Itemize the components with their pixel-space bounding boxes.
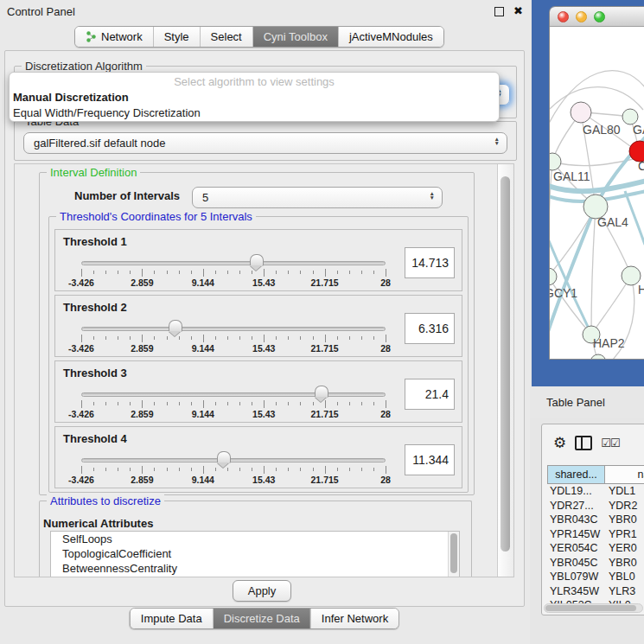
tab-style[interactable]: Style [153,27,200,47]
column-header-shared-name[interactable]: shared... [547,465,605,484]
network-edge[interactable] [591,207,596,335]
attributes-scrollbar[interactable] [448,532,459,577]
tick-mark [361,271,362,274]
node-label: GA [633,123,644,137]
tab-jactivemnodules[interactable]: jActiveMNodules [338,27,443,47]
number-of-intervals-combo[interactable]: 5 ▲▼ [192,187,443,208]
table-body: YDL19...YDL1YDR27...YDR2YBR043CYBR0YPR14… [547,484,644,603]
threshold-1-value[interactable]: 14.713 [405,247,455,278]
zoom-traffic-light-icon[interactable] [594,11,605,22]
table-row[interactable]: YDL19...YDL1 [547,484,644,499]
table-row[interactable]: YPR145WYPR1 [547,527,644,542]
table-panel-title: Table Panel [546,396,605,409]
node-label: GAL80 [583,123,621,137]
interval-definition-title: Interval Definition [47,166,140,179]
tab-discretize-data[interactable]: Discretize Data [213,609,310,628]
list-item-topologicalcoefficient[interactable]: TopologicalCoefficient [51,546,459,561]
network-window-titlebar[interactable] [550,7,644,27]
close-icon[interactable]: ✖ [513,7,523,16]
network-node[interactable] [571,102,591,123]
dropdown-hint: Select algorithm to view settings [10,74,499,90]
network-node[interactable] [550,268,557,285]
number-of-intervals-value: 5 [202,191,208,204]
close-traffic-light-icon[interactable] [558,11,569,22]
tick-mark [349,468,350,471]
slider-handle[interactable] [169,320,182,332]
table-data-combo[interactable]: galFiltered.sif default node ▲▼ [23,132,507,154]
dropdown-item-equal-width-frequency[interactable]: Equal Width/Frequency Discretization [10,105,499,121]
network-edge[interactable] [550,162,552,277]
apply-button[interactable]: Apply [233,580,291,602]
table-row[interactable]: YBR045CYBR0 [547,556,644,571]
tab-network[interactable]: Network [75,27,153,47]
tab-select[interactable]: Select [200,27,252,47]
slider-handle[interactable] [250,254,264,266]
dropdown-item-manual-discretization[interactable]: Manual Discretization [10,90,499,105]
network-node[interactable] [590,354,606,360]
attributes-group-title: Attributes to discretize [47,494,164,507]
table-cell: YLR3 [605,585,644,597]
table-row[interactable]: YLR345WYLR3 [547,584,644,599]
threshold-4-value[interactable]: 11.344 [405,444,455,475]
select-checkboxes-icon[interactable]: ☑☑ [601,437,619,450]
table-toolbar: ⚙ ☑☑ [542,430,644,456]
list-item-betweennesscentrality[interactable]: BetweennessCentrality [51,561,459,576]
tab-label: jActiveMNodules [349,30,433,43]
network-edge[interactable] [591,276,631,335]
scrollbar-thumb[interactable] [501,176,510,552]
tick-mark [239,468,240,471]
attributes-group: Attributes to discretize Numerical Attri… [39,501,472,577]
slider-handle[interactable] [217,451,231,463]
tab-infer-network[interactable]: Infer Network [310,609,399,628]
column-header-name[interactable]: na [605,465,644,484]
tab-label: Network [101,30,143,43]
threshold-2-slider[interactable]: -3.4262.8599.14415.4321.71528 [81,320,386,351]
tick-mark [227,402,228,405]
network-node[interactable] [550,153,561,170]
table-row[interactable]: YBR043CYBR0 [547,513,644,527]
tick-mark [227,468,228,471]
tick-mark [118,336,118,340]
control-panel-titlebar: Control Panel ✖ [0,0,530,22]
float-window-icon[interactable] [494,7,504,16]
tab-impute-data[interactable]: Impute Data [131,609,213,628]
slider-handle[interactable] [315,386,328,398]
table-cell: YBL0 [605,571,644,583]
tab-cyni-toolbox[interactable]: Cyni Toolbox [252,27,338,47]
table-row[interactable]: YDR27...YDR2 [547,499,644,513]
table-row[interactable]: YER054CYER0 [547,541,644,556]
slider-track[interactable] [81,458,386,462]
threshold-3-value[interactable]: 21.4 [405,379,455,410]
tick-mark [118,402,118,405]
scrollbar-thumb[interactable] [545,605,636,611]
threshold-2-value[interactable]: 6.316 [405,313,455,344]
network-edge[interactable] [550,207,596,340]
thresholds-group-title: Threshold's Coordinates for 5 Intervals [56,210,256,223]
tick-mark [93,336,94,340]
main-vertical-scrollbar[interactable] [497,164,513,577]
bottom-tab-strip: Impute Data Discretize Data Infer Networ… [130,608,399,629]
tick-mark [313,271,314,274]
threshold-4-slider[interactable]: -3.4262.8599.14415.4321.71528 [81,451,386,482]
scrollbar-thumb[interactable] [450,533,457,573]
slider-track[interactable] [81,327,386,331]
tick-mark [81,269,82,277]
tab-label: Style [164,30,189,43]
slider-track[interactable] [81,392,386,397]
slider-track[interactable] [81,261,386,265]
node-label: C [638,159,644,173]
tick-mark [386,269,386,277]
columns-icon[interactable] [575,436,592,450]
table-horizontal-scrollbar[interactable] [544,603,643,613]
list-item-selfloops[interactable]: SelfLoops [51,532,459,546]
network-view-canvas[interactable]: GAL80GACGAL11GAL4GCY1HHAP2 [550,27,644,360]
slider-ticks [81,466,386,474]
table-cell: YDL1 [605,485,644,497]
threshold-1-slider[interactable]: -3.4262.8599.14415.4321.71528 [81,254,386,285]
network-edge[interactable] [550,87,643,110]
gear-icon[interactable]: ⚙ [553,436,566,450]
tick-mark [81,466,82,474]
threshold-3-slider[interactable]: -3.4262.8599.14415.4321.71528 [81,386,386,417]
table-row[interactable]: YBL079WYBL0 [547,570,644,584]
minimize-traffic-light-icon[interactable] [576,11,587,22]
